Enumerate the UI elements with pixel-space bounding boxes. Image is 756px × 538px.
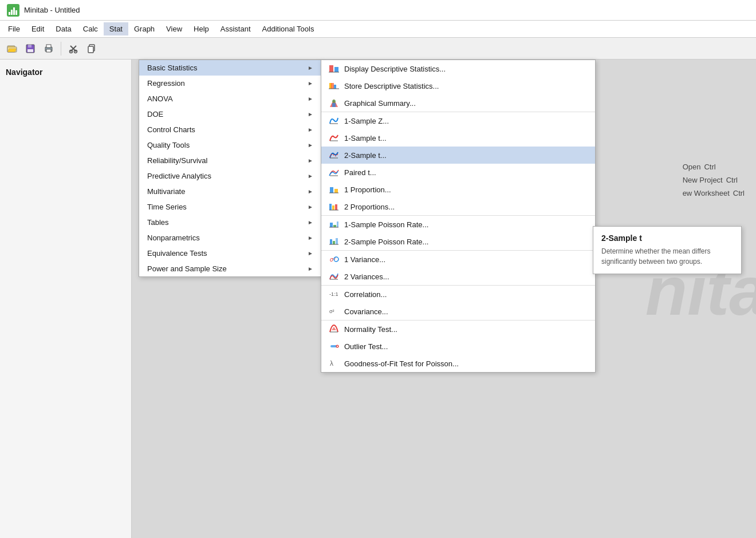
stat-menu-nonparametrics-arrow: ► [308,235,313,241]
bs-normality-test[interactable]: Normality Test... [321,321,595,338]
stat-menu-predictive-analytics[interactable]: Predictive Analytics ► [139,168,321,184]
1-sample-t-icon [328,132,340,144]
stat-menu-predictive-analytics-arrow: ► [308,173,313,179]
stat-menu-equivalence-tests-label: Equivalence Tests [147,249,207,258]
cut-button[interactable] [65,41,82,57]
save-button[interactable] [22,41,39,57]
menu-edit[interactable]: Edit [26,22,50,35]
bs-covariance[interactable]: σ² Covariance... [321,303,595,320]
bs-1-variance[interactable]: σ² 1 Variance... [321,251,595,268]
stat-menu-anova-label: ANOVA [147,94,173,103]
stat-menu-multivariate-arrow: ► [308,188,313,195]
bs-1-sample-z[interactable]: 1-Sample Z... [321,112,595,129]
bs-display-descriptive[interactable]: Display Descriptive Statistics... [321,60,595,77]
stat-menu-doe[interactable]: DOE ► [139,106,321,122]
copy-button[interactable] [83,41,100,57]
hint-open-label: Open [683,163,701,171]
svg-rect-39 [335,204,337,210]
bs-2-variances[interactable]: 2 Variances... [321,268,595,285]
stat-menu-power-sample-size[interactable]: Power and Sample Size ► [139,261,321,276]
stat-menu-tables[interactable]: Tables ► [139,215,321,230]
svg-rect-2 [11,10,13,15]
bs-1-variance-label: 1 Variance... [344,255,385,264]
stat-menu-regression-arrow: ► [308,80,313,86]
1-poisson-icon [328,219,340,230]
hint-new-worksheet: ew Worksheet Ctrl [683,189,745,197]
svg-rect-46 [333,241,335,244]
bs-correlation[interactable]: -1:1 Correlation... [321,286,595,303]
svg-rect-45 [330,239,332,244]
menu-additional-tools[interactable]: Additional Tools [257,22,320,35]
bs-1-sample-z-label: 1-Sample Z... [344,117,389,125]
menu-assistant[interactable]: Assistant [215,22,257,35]
2-proportions-icon [328,201,340,212]
hint-new-project-label: New Project [683,176,723,184]
stat-menu-quality-tools[interactable]: Quality Tools ► [139,137,321,153]
right-hints: Open Ctrl New Project Ctrl ew Worksheet … [683,163,745,197]
svg-rect-25 [331,83,334,89]
svg-rect-42 [333,225,336,227]
menu-data[interactable]: Data [50,22,77,35]
menu-view[interactable]: View [160,22,188,35]
graphical-summary-icon [328,97,340,109]
bs-goodness-of-fit[interactable]: λ Goodness-of-Fit Test for Poisson... [321,355,595,372]
stat-menu-regression-label: Regression [147,79,185,88]
hint-new-project-shortcut: Ctrl [726,176,738,184]
stat-menu: Basic Statistics ► Regression ► ANOVA ► … [139,60,322,277]
bs-normality-test-label: Normality Test... [344,325,397,334]
bs-2-proportions-label: 2 Proportions... [344,203,395,211]
stat-menu-control-charts-label: Control Charts [147,125,195,134]
stat-menu-control-charts[interactable]: Control Charts ► [139,122,321,137]
open-button[interactable] [3,41,21,57]
bs-graphical-summary[interactable]: Graphical Summary... [321,94,595,112]
bs-1-sample-t-label: 1-Sample t... [344,134,387,143]
outlier-test-icon [328,341,340,352]
stat-menu-nonparametrics[interactable]: Nonparametrics ► [139,230,321,246]
stat-menu-reliability-survival[interactable]: Reliability/Survival ► [139,153,321,168]
stat-menu-basic-statistics[interactable]: Basic Statistics ► [139,60,321,76]
bs-1-poisson[interactable]: 1-Sample Poisson Rate... [321,216,595,233]
menu-graph[interactable]: Graph [128,22,160,35]
svg-rect-47 [336,238,338,244]
paired-t-icon [328,167,340,178]
menu-file[interactable]: File [2,22,26,35]
bs-2-sample-t[interactable]: 2-Sample t... [321,147,595,164]
bs-outlier-test[interactable]: Outlier Test... [321,338,595,355]
bs-2-sample-t-label: 2-Sample t... [344,151,387,160]
stat-menu-multivariate[interactable]: Multivariate ► [139,184,321,199]
bs-2-proportions[interactable]: 2 Proportions... [321,198,595,215]
bs-1-sample-t[interactable]: 1-Sample t... [321,129,595,147]
bs-outlier-test-label: Outlier Test... [344,342,388,351]
menu-calc[interactable]: Calc [77,22,104,35]
bs-correlation-label: Correlation... [344,290,387,299]
print-button[interactable] [40,41,57,57]
svg-marker-7 [7,49,17,52]
tooltip-title: 2-Sample t [601,234,733,243]
stat-menu-multivariate-label: Multivariate [147,187,185,196]
svg-rect-37 [329,204,332,210]
bs-1-proportion[interactable]: 1 Proportion... [321,181,595,198]
bs-paired-t[interactable]: Paired t... [321,164,595,181]
svg-rect-43 [337,221,338,227]
stat-menu-basic-statistics-arrow: ► [308,65,313,71]
stat-menu-regression[interactable]: Regression ► [139,76,321,91]
menu-help[interactable]: Help [188,22,215,35]
1-proportion-icon [328,184,340,195]
covariance-icon: σ² [328,306,340,317]
stat-menu-equivalence-tests[interactable]: Equivalence Tests ► [139,246,321,261]
bs-goodness-of-fit-label: Goodness-of-Fit Test for Poisson... [344,359,459,368]
stat-menu-time-series[interactable]: Time Series ► [139,199,321,215]
stat-menu-anova[interactable]: ANOVA ► [139,91,321,106]
svg-text:σ²: σ² [329,308,334,314]
menu-stat[interactable]: Stat [104,22,128,35]
bs-store-descriptive[interactable]: Store Descriptive Statistics... [321,77,595,94]
stat-menu-reliability-survival-label: Reliability/Survival [147,156,207,165]
stat-menu-reliability-survival-arrow: ► [308,157,313,164]
store-desc-icon [328,80,340,92]
svg-rect-3 [13,7,15,15]
stat-menu-basic-statistics-label: Basic Statistics [147,64,197,72]
svg-rect-34 [330,187,333,193]
title-text: Minitab - Untitled [24,6,80,14]
bs-2-variances-label: 2 Variances... [344,272,389,281]
bs-2-poisson[interactable]: 2-Sample Poisson Rate... [321,233,595,250]
